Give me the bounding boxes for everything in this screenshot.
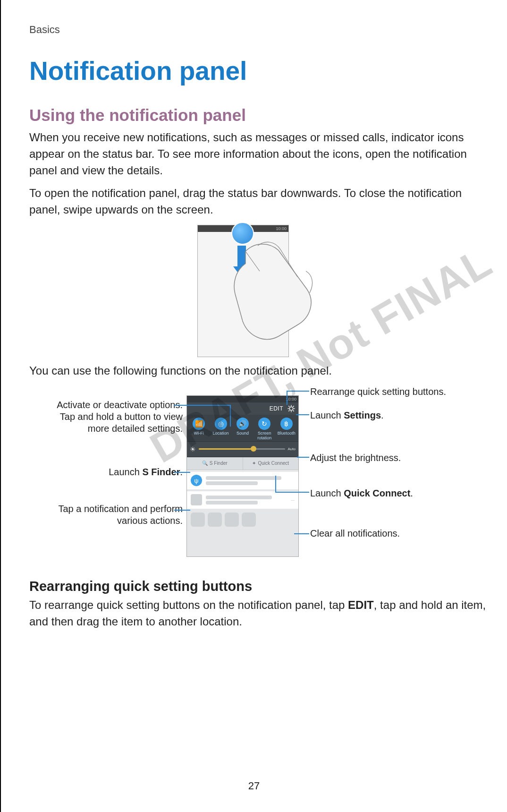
paragraph-intro-1: When you receive new notifications, such… <box>29 129 487 179</box>
brightness-icon: ☀ <box>190 445 196 453</box>
brightness-row: ☀ Auto <box>187 441 298 457</box>
svg-line-5 <box>288 406 289 407</box>
hand-icon <box>227 237 321 341</box>
quick-toggle-bluetooth[interactable]: ฿Bluetooth <box>277 418 296 440</box>
quick-toggle-rotation[interactable]: ↻Screen rotation <box>254 418 274 440</box>
quick-toggle-wifi[interactable]: 📶Wi-Fi <box>189 418 209 440</box>
callout-clear: Clear all notifications. <box>310 528 475 539</box>
quick-connect-icon: ✦ <box>252 461 256 466</box>
phone-mockup: 10:00 EDIT 📶Wi-Fi ◎Location 🔊Sound ↻Scre… <box>186 395 299 557</box>
figure-swipe-gesture: 10:00 <box>197 225 319 356</box>
page-title: Notification panel <box>29 56 487 86</box>
gear-icon[interactable] <box>287 404 296 413</box>
location-icon: ◎ <box>215 418 227 430</box>
callout-rearrange: Rearrange quick setting buttons. <box>310 386 475 398</box>
bluetooth-icon: ฿ <box>280 418 293 430</box>
edit-button[interactable]: EDIT <box>266 405 287 412</box>
callout-sfinder: Launch S Finder. <box>41 466 183 478</box>
svg-line-8 <box>293 406 294 407</box>
svg-line-6 <box>293 410 294 411</box>
quick-connect-button[interactable]: ✦Quick Connect <box>243 457 299 470</box>
search-icon: 🔍 <box>202 461 208 466</box>
svg-point-0 <box>289 407 293 410</box>
section-heading-using: Using the notification panel <box>29 106 487 125</box>
callout-brightness: Adjust the brightness. <box>310 452 475 464</box>
header-section-label: Basics <box>29 24 487 36</box>
figure-annotated-panel: 10:00 EDIT 📶Wi-Fi ◎Location 🔊Sound ↻Scre… <box>32 386 485 565</box>
brightness-slider[interactable] <box>199 448 285 450</box>
page-number: 27 <box>1 780 507 792</box>
paragraph-rearranging: To rearrange quick setting buttons on th… <box>29 597 487 630</box>
quick-toggle-sound[interactable]: 🔊Sound <box>233 418 253 440</box>
notification-item[interactable]: ψ <box>187 472 298 489</box>
callout-notification-tap: Tap a notification and perform various a… <box>41 503 183 527</box>
finder-row: 🔍S Finder ✦Quick Connect <box>187 457 298 470</box>
quick-settings-row: 📶Wi-Fi ◎Location 🔊Sound ↻Screen rotation… <box>187 415 298 441</box>
clear-button[interactable]: ✖ Clear <box>273 556 296 557</box>
image-icon <box>191 494 202 505</box>
notification-item[interactable]: — <box>187 491 298 509</box>
s-finder-button[interactable]: 🔍S Finder <box>187 457 243 470</box>
apps-row <box>187 511 298 527</box>
usb-icon: ψ <box>191 475 202 486</box>
svg-line-7 <box>288 410 289 411</box>
status-bar: 10:00 <box>187 396 298 402</box>
status-time: 10:00 <box>276 226 287 231</box>
brightness-auto-toggle[interactable]: Auto <box>288 447 296 451</box>
quick-toggle-location[interactable]: ◎Location <box>211 418 231 440</box>
notifications-area: ψ — ✖ Clear <box>187 472 298 557</box>
callout-activate-options: Activate or deactivate options. Tap and … <box>41 399 183 435</box>
rotation-icon: ↻ <box>258 418 270 430</box>
wifi-icon: 📶 <box>193 418 205 430</box>
paragraph-intro-2: To open the notification panel, drag the… <box>29 185 487 218</box>
panel-header: EDIT <box>187 402 298 415</box>
paragraph-functions: You can use the following functions on t… <box>29 363 487 379</box>
subsection-heading-rearranging: Rearranging quick setting buttons <box>29 579 487 594</box>
callout-quick-connect: Launch Quick Connect. <box>310 487 475 499</box>
callout-settings: Launch Settings. <box>310 410 475 421</box>
sound-icon: 🔊 <box>237 418 249 430</box>
